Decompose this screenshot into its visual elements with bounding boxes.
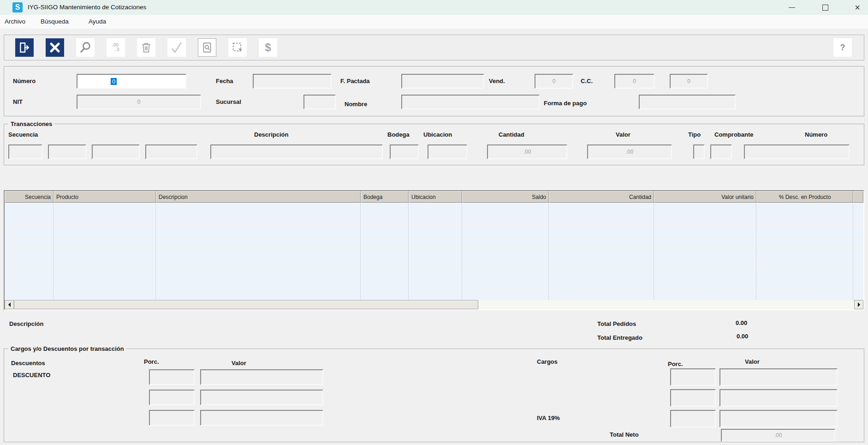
cc-label: C.C. (581, 78, 593, 84)
nit-input[interactable]: 0 (77, 95, 201, 109)
trans-numero-label: Número (805, 131, 827, 138)
grid-column-header[interactable]: Bodega (361, 191, 409, 203)
total-neto-input[interactable]: .00 (721, 429, 835, 442)
trans-valor-input[interactable]: .00 (587, 144, 672, 159)
selection-button[interactable] (228, 38, 247, 57)
horizontal-scrollbar[interactable] (5, 300, 863, 309)
menu-busqueda[interactable]: Búsqueda (38, 17, 71, 26)
secuencia-input-2[interactable] (48, 144, 86, 159)
grid-column-separator (53, 203, 54, 300)
descuento-valor-input-3[interactable] (200, 410, 323, 426)
menu-archivo[interactable]: Archivo (2, 17, 28, 26)
close-button[interactable]: × (847, 0, 868, 15)
cc-input-2[interactable]: 0 (670, 74, 708, 89)
cargos-heading: Cargos (537, 358, 558, 365)
selection-rect-icon (231, 41, 244, 54)
numero-input[interactable]: 0 (77, 74, 186, 89)
cargo-porc-input-2[interactable] (670, 389, 716, 407)
grid-column-header[interactable]: Ubicacion (409, 191, 462, 203)
trans-descripcion-input[interactable] (210, 144, 383, 159)
f-pactada-label: F. Pactada (340, 78, 370, 84)
scroll-left-icon (8, 302, 11, 307)
grid-column-separator (853, 203, 853, 300)
cargo-valor-input-1[interactable] (719, 368, 838, 386)
descuento-porc-input-3[interactable] (149, 410, 195, 426)
trans-bodega-input[interactable] (390, 144, 419, 159)
cargo-valor-input-3[interactable] (719, 410, 838, 427)
grid-column-header[interactable]: Saldo (462, 191, 549, 203)
scroll-right-button[interactable] (854, 300, 863, 309)
grid-column-separator (654, 203, 654, 300)
scroll-left-button[interactable] (5, 300, 14, 309)
cargos-porc-label: Porc. (668, 361, 683, 367)
iva-label: IVA 19% (537, 415, 560, 421)
trans-ubicacion-input[interactable] (428, 144, 467, 159)
cargo-valor-input-2[interactable] (719, 389, 838, 407)
maximize-button[interactable] (814, 0, 836, 15)
confirm-button[interactable] (167, 38, 186, 57)
trans-numero-input[interactable] (744, 144, 850, 159)
total-pedidos-value: 0.00 (736, 319, 747, 326)
maximize-icon (822, 5, 828, 11)
currency-button[interactable]: $ (259, 38, 277, 57)
grid-column-header[interactable]: Secuencia (5, 191, 54, 203)
descuento-valor-input-1[interactable] (200, 369, 323, 385)
descuento-valor-input-2[interactable] (200, 390, 323, 405)
help-button[interactable]: ? (833, 38, 852, 57)
secuencia-input-4[interactable] (145, 144, 197, 159)
vend-input[interactable]: 0 (535, 74, 573, 89)
titlebar: S IYG-SIIGO Mantenimiento de Cotizacione… (0, 0, 868, 15)
f-pactada-input[interactable] (401, 74, 484, 89)
descuento-porc-input-1[interactable] (149, 369, 195, 385)
menu-ayuda[interactable]: Ayuda (86, 17, 109, 26)
total-entregado-value: 0.00 (737, 333, 748, 340)
grid-column-header[interactable]: Descripcion (156, 191, 361, 203)
menubar: Archivo Búsqueda Ayuda (0, 15, 868, 29)
trans-tipo-label: Tipo (688, 131, 701, 138)
grid-column-separator (548, 203, 549, 300)
trans-tipo-input[interactable] (693, 144, 705, 159)
descuento-porc-input-2[interactable] (149, 390, 195, 405)
fecha-input[interactable] (253, 74, 332, 89)
delete-button[interactable] (137, 38, 155, 57)
secuencia-input-1[interactable] (8, 144, 42, 159)
document-preview-button[interactable] (198, 38, 216, 57)
grid-column-separator (408, 203, 409, 300)
app-window: S IYG-SIIGO Mantenimiento de Cotizacione… (0, 0, 868, 445)
app-logo-icon: S (12, 2, 23, 12)
nombre-label: Nombre (345, 101, 367, 108)
trans-ubicacion-label: Ubicacion (423, 131, 452, 138)
forma-de-pago-input[interactable] (639, 95, 736, 109)
scroll-right-icon (858, 302, 860, 307)
cargo-porc-input-3[interactable] (670, 410, 716, 427)
cc-input-1[interactable]: 0 (614, 74, 654, 89)
nombre-input[interactable] (401, 95, 540, 109)
search-button[interactable] (76, 38, 95, 57)
cargo-porc-input-1[interactable] (670, 368, 716, 386)
grid-body[interactable] (5, 203, 863, 300)
cargos-descuentos-title: Cargos y/o Descuentos por transacción (8, 345, 126, 352)
dollar-icon: $ (265, 41, 271, 54)
round-decimals-button[interactable]: .00→0 (107, 38, 125, 57)
window-title: IYG-SIIGO Mantenimiento de Cotizaciones (28, 4, 146, 11)
exit-button[interactable] (15, 38, 34, 57)
minimize-icon (789, 7, 795, 8)
secuencia-input-3[interactable] (92, 144, 140, 159)
trans-comprobante-input[interactable] (710, 144, 732, 159)
scrollbar-thumb[interactable] (14, 300, 478, 309)
grid-column-header[interactable]: Valor unitario (654, 191, 756, 203)
cancel-button[interactable] (46, 38, 64, 57)
trans-comprobante-label: Comprobante (714, 131, 754, 138)
footer-descripcion-label: Descripción (9, 320, 43, 327)
sucursal-label: Sucursal (216, 98, 241, 105)
forma-de-pago-label: Forma de pago (544, 100, 587, 107)
sucursal-input[interactable] (303, 95, 336, 109)
fecha-label: Fecha (216, 78, 233, 84)
trans-cantidad-input[interactable]: .00 (487, 144, 567, 159)
grid-column-header[interactable]: Producto (54, 191, 156, 203)
total-neto-label: Total Neto (610, 431, 639, 438)
close-icon: × (855, 3, 860, 12)
minimize-button[interactable] (781, 0, 803, 15)
grid-column-header[interactable]: % Desc. en Producto (756, 191, 853, 203)
grid-column-header[interactable]: Cantidad (549, 191, 654, 203)
